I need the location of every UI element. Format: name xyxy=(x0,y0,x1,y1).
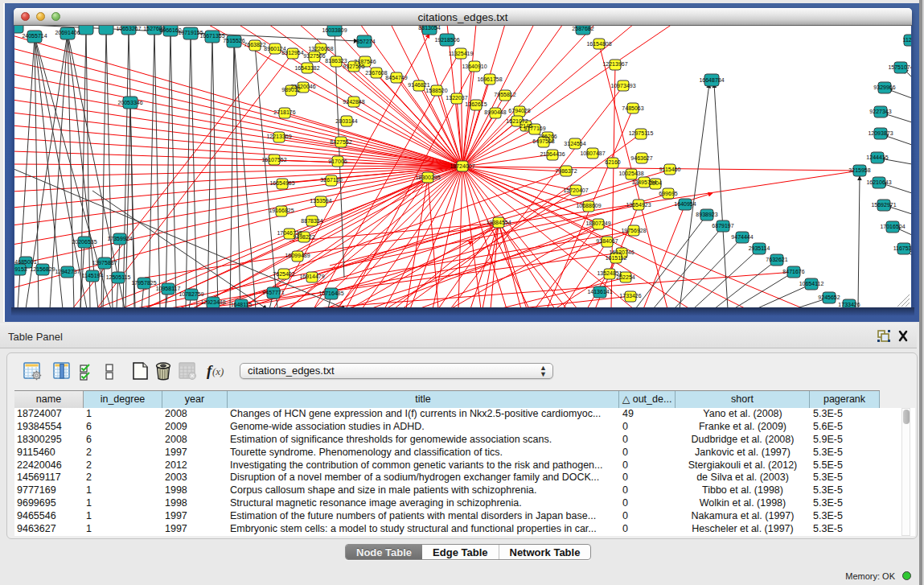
svg-text:9245652: 9245652 xyxy=(818,295,840,300)
svg-text:2718176: 2718176 xyxy=(273,109,295,115)
svg-text:10688609: 10688609 xyxy=(576,203,601,208)
svg-text:16154808: 16154808 xyxy=(586,41,611,47)
svg-text:9146821: 9146821 xyxy=(408,82,429,88)
svg-text:2587682: 2587682 xyxy=(572,26,593,31)
svg-text:7663822: 7663822 xyxy=(244,42,265,47)
svg-text:19756928: 19756928 xyxy=(621,228,646,233)
svg-text:15692971: 15692971 xyxy=(871,202,896,208)
svg-text:8454749: 8454749 xyxy=(385,75,407,80)
svg-text:1640954: 1640954 xyxy=(674,201,696,207)
svg-text:10653267: 10653267 xyxy=(116,26,141,31)
svg-text:7632621: 7632621 xyxy=(766,257,787,262)
svg-text:2367608: 2367608 xyxy=(365,70,387,76)
svg-text:1167533: 1167533 xyxy=(893,245,911,251)
svg-text:3267130: 3267130 xyxy=(320,177,342,183)
svg-text:9384067: 9384067 xyxy=(596,238,618,244)
svg-text:15716485: 15716485 xyxy=(318,290,343,296)
svg-text:10025438: 10025438 xyxy=(618,171,643,176)
svg-text:252254: 252254 xyxy=(616,274,634,280)
svg-text:16961758: 16961758 xyxy=(477,76,502,82)
svg-text:13226058: 13226058 xyxy=(308,46,333,51)
svg-text:9498222: 9498222 xyxy=(293,234,314,240)
svg-text:14136141: 14136141 xyxy=(587,289,612,295)
svg-text:16033809: 16033809 xyxy=(322,27,347,33)
svg-text:2935114: 2935114 xyxy=(749,245,770,251)
svg-text:15751074: 15751074 xyxy=(888,64,911,70)
svg-text:17359924: 17359924 xyxy=(107,236,132,241)
svg-text:1244415: 1244415 xyxy=(866,154,888,160)
svg-text:7955812: 7955812 xyxy=(494,92,515,97)
svg-text:2803144: 2803144 xyxy=(335,118,357,124)
svg-text:13975887: 13975887 xyxy=(92,260,117,266)
svg-text:8990448: 8990448 xyxy=(484,109,506,115)
svg-text:11325419: 11325419 xyxy=(449,51,474,56)
svg-text:13640910: 13640910 xyxy=(462,64,487,69)
svg-text:16543382: 16543382 xyxy=(294,65,319,71)
svg-text:18300295: 18300295 xyxy=(415,175,440,180)
svg-text:699695: 699695 xyxy=(659,191,677,196)
svg-text:20053346: 20053346 xyxy=(117,100,142,105)
svg-text:10958117: 10958117 xyxy=(156,286,181,291)
svg-text:12923448: 12923448 xyxy=(200,299,225,305)
svg-text:3215958: 3215958 xyxy=(848,167,870,173)
svg-text:9777169: 9777169 xyxy=(524,126,545,131)
svg-text:12093873: 12093873 xyxy=(868,130,893,136)
svg-text:8878334: 8878334 xyxy=(301,218,322,224)
svg-text:1588520: 1588520 xyxy=(425,88,447,93)
svg-text:12213369: 12213369 xyxy=(266,134,291,139)
svg-text:16914479: 16914479 xyxy=(299,274,324,279)
svg-text:10807487: 10807487 xyxy=(580,150,605,156)
svg-text:39153: 39153 xyxy=(14,266,27,272)
svg-text:9474444: 9474444 xyxy=(731,234,753,240)
svg-text:10654112: 10654112 xyxy=(799,281,824,286)
svg-text:8427552: 8427552 xyxy=(330,139,351,145)
svg-text:7857274: 7857274 xyxy=(353,39,375,44)
svg-text:9329966: 9329966 xyxy=(873,84,895,90)
svg-text:917006: 917006 xyxy=(328,159,347,164)
svg-text:21364436: 21364436 xyxy=(540,151,565,157)
svg-text:12505115: 12505115 xyxy=(106,274,131,280)
svg-text:1733426: 1733426 xyxy=(619,293,641,299)
svg-text:8471676: 8471676 xyxy=(782,269,804,274)
svg-text:16671355: 16671355 xyxy=(199,33,224,39)
svg-text:1615112: 1615112 xyxy=(606,255,627,261)
svg-text:19384554: 19384554 xyxy=(486,220,511,225)
svg-text:8186323: 8186323 xyxy=(325,58,347,64)
svg-text:4685001: 4685001 xyxy=(14,259,36,265)
svg-text:24055714: 24055714 xyxy=(22,33,47,39)
svg-text:8813054: 8813054 xyxy=(418,26,440,31)
svg-text:16099489: 16099489 xyxy=(285,253,310,258)
svg-text:9457771: 9457771 xyxy=(262,290,284,295)
svg-text:1733426: 1733426 xyxy=(838,302,860,307)
svg-text:16210643: 16210643 xyxy=(866,179,891,185)
svg-text:6879197: 6879197 xyxy=(712,223,733,229)
svg-text:9242848: 9242848 xyxy=(343,99,364,105)
svg-text:18724007: 18724007 xyxy=(450,163,474,169)
svg-text:7515526: 7515526 xyxy=(223,38,244,43)
svg-text:6497508: 6497508 xyxy=(532,138,554,144)
svg-text:20691406: 20691406 xyxy=(55,30,80,35)
svg-text:6794028: 6794028 xyxy=(508,108,530,113)
svg-text:19218506: 19218506 xyxy=(434,37,459,43)
svg-text:12156829: 12156829 xyxy=(30,266,55,272)
svg-text:16107552: 16107552 xyxy=(261,157,286,163)
svg-text:62160: 62160 xyxy=(605,159,621,165)
svg-text:9227343: 9227343 xyxy=(869,109,891,114)
svg-text:9327505: 9327505 xyxy=(343,64,364,69)
svg-text:8912954: 8912954 xyxy=(281,50,303,56)
svg-text:1353594: 1353594 xyxy=(310,198,331,204)
svg-text:3124554: 3124554 xyxy=(564,141,585,146)
svg-text:7625402: 7625402 xyxy=(273,271,294,277)
svg-text:12942737: 12942737 xyxy=(55,269,80,274)
svg-text:16648784: 16648784 xyxy=(699,77,724,83)
svg-text:10973493: 10973493 xyxy=(610,83,635,89)
svg-text:12975115: 12975115 xyxy=(629,130,654,136)
svg-text:18807249: 18807249 xyxy=(585,220,610,226)
svg-text:16654985: 16654985 xyxy=(269,180,294,186)
svg-text:19166825: 19166825 xyxy=(269,208,294,213)
svg-text:15720407: 15720407 xyxy=(563,187,588,193)
svg-text:7485063: 7485063 xyxy=(622,105,643,111)
svg-text:12213967: 12213967 xyxy=(602,61,627,67)
svg-text:1362615: 1362615 xyxy=(465,101,487,107)
svg-text:9463627: 9463627 xyxy=(630,155,652,161)
